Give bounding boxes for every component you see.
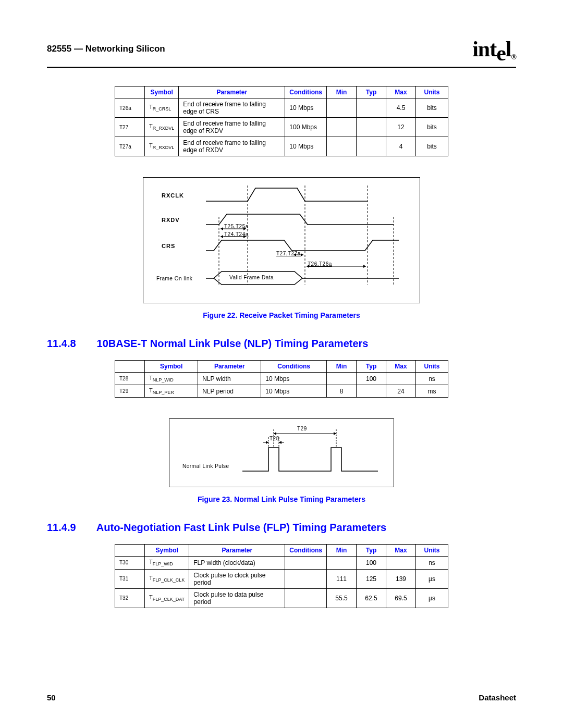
- svg-marker-23: [279, 441, 282, 444]
- table-header-row: Symbol Parameter Conditions Min Typ Max …: [115, 87, 448, 98]
- header-rule: [47, 67, 516, 68]
- section-heading-flp: 11.4.9 Auto-Negotiation Fast Link Pulse …: [47, 522, 516, 534]
- table-nlp-timing: Symbol Parameter Conditions Min Typ Max …: [115, 360, 448, 398]
- nlp-diagram-svg: [169, 419, 394, 487]
- label-t24: T24,T24a: [224, 231, 249, 237]
- label-t28: T28: [270, 436, 279, 441]
- col-parameter: Parameter: [198, 361, 261, 373]
- col-symbol: Symbol: [145, 361, 198, 373]
- col-conditions: Conditions: [261, 361, 327, 373]
- page-header: 82555 — Networking Silicon intel®: [47, 36, 516, 61]
- figure-23-diagram: Normal Link Pulse T28 T29: [169, 418, 394, 487]
- col-parameter: Parameter: [179, 87, 285, 98]
- table-flp-timing: Symbol Parameter Conditions Min Typ Max …: [115, 544, 448, 608]
- table-row: T27 TR_RXDVL End of receive frame to fal…: [115, 118, 448, 137]
- section-heading-nlp: 11.4.8 10BASE-T Normal Link Pulse (NLP) …: [47, 338, 516, 350]
- timing-diagram-svg: [143, 178, 420, 303]
- intel-logo: intel®: [472, 36, 516, 61]
- col-parameter: Parameter: [189, 545, 285, 557]
- label-crs: CRS: [162, 243, 175, 249]
- label-rxdv: RXDV: [162, 217, 180, 223]
- col-typ: Typ: [357, 545, 386, 557]
- col-symbol: Symbol: [145, 545, 189, 557]
- table-row: T28 TNLP_WID NLP width 10 Mbps 100 ns: [115, 373, 448, 385]
- col-units: Units: [416, 361, 448, 373]
- table-row: T26a TR_CRSL End of receive frame to fal…: [115, 98, 448, 118]
- figure-22-caption: Figure 22. Receive Packet Timing Paramet…: [47, 311, 516, 319]
- section-title: Auto-Negotiation Fast Link Pulse (FLP) T…: [96, 522, 386, 533]
- col-typ: Typ: [357, 361, 386, 373]
- label-normal-link-pulse: Normal Link Pulse: [182, 463, 229, 469]
- page-number: 50: [47, 693, 56, 702]
- table-header-row: Symbol Parameter Conditions Min Typ Max …: [115, 361, 448, 373]
- label-valid-frame: Valid Frame Data: [229, 275, 274, 280]
- svg-marker-28: [334, 432, 336, 435]
- section-number: 11.4.9: [47, 522, 94, 534]
- label-rxclk: RXCLK: [162, 192, 184, 199]
- col-max: Max: [386, 361, 416, 373]
- table-row: T31 TFLP_CLK_CLK Clock pulse to clock pu…: [115, 569, 448, 588]
- figure-23-caption: Figure 23. Normal Link Pulse Timing Para…: [47, 495, 516, 503]
- col-units: Units: [416, 87, 448, 98]
- svg-marker-9: [221, 227, 223, 230]
- table-receive-timing: Symbol Parameter Conditions Min Typ Max …: [115, 86, 448, 156]
- document-title: 82555 — Networking Silicon: [47, 44, 165, 54]
- label-t25: T25,T25a: [224, 224, 249, 229]
- col-units: Units: [416, 545, 448, 557]
- col-max: Max: [386, 545, 416, 557]
- col-min: Min: [327, 361, 357, 373]
- table-row: T32 TFLP_CLK_DAT Clock pulse to data pul…: [115, 588, 448, 608]
- table-row: T27a TR_RXDVL End of receive frame to fa…: [115, 137, 448, 156]
- col-typ: Typ: [357, 87, 386, 98]
- section-number: 11.4.8: [47, 338, 94, 350]
- label-t26: T26,T26a: [308, 261, 332, 267]
- col-conditions: Conditions: [285, 545, 327, 557]
- page: 82555 — Networking Silicon intel® Symbol…: [0, 0, 563, 728]
- footer-label: Datasheet: [479, 693, 516, 702]
- col-min: Min: [327, 545, 357, 557]
- table-row: T29 TNLP_PER NLP period 10 Mbps 8 24 ms: [115, 385, 448, 398]
- label-t27: T27,T27a: [276, 251, 301, 256]
- section-title: 10BASE-T Normal Link Pulse (NLP) Timing …: [97, 338, 369, 349]
- col-max: Max: [386, 87, 416, 98]
- col-conditions: Conditions: [285, 87, 327, 98]
- col-min: Min: [327, 87, 357, 98]
- table-header-row: Symbol Parameter Conditions Min Typ Max …: [115, 545, 448, 557]
- label-t29: T29: [297, 426, 307, 431]
- svg-marker-27: [274, 432, 276, 435]
- label-frame-on-link: Frame On link: [156, 276, 192, 281]
- page-footer: 50 Datasheet: [47, 693, 516, 702]
- svg-marker-12: [221, 235, 223, 238]
- svg-marker-16: [301, 253, 303, 256]
- table-row: T30 TFLP_WID FLP width (clock/data) 100 …: [115, 557, 448, 569]
- col-symbol: Symbol: [145, 87, 179, 98]
- svg-marker-19: [363, 265, 366, 268]
- svg-marker-21: [266, 441, 268, 444]
- figure-22-diagram: RXCLK RXDV CRS Frame On link Valid Frame…: [143, 177, 420, 303]
